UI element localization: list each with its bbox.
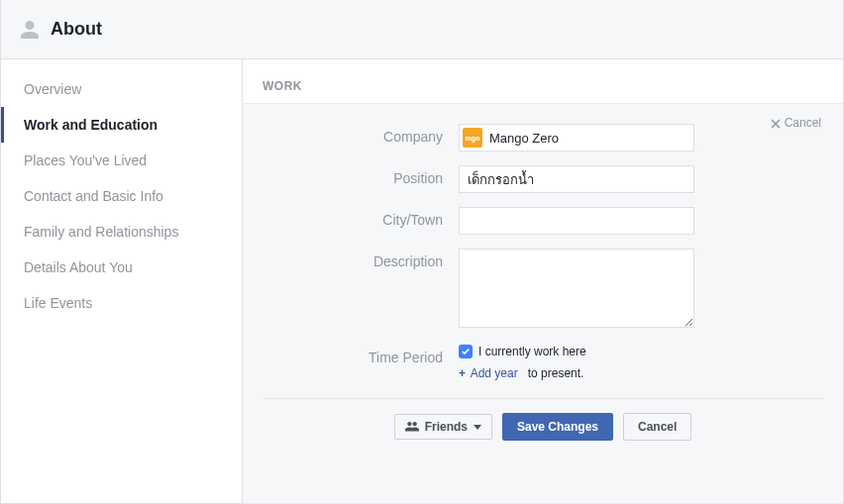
chevron-down-icon [474,425,481,430]
currently-work-label: I currently work here [478,345,586,358]
sidebar-item-work-education[interactable]: Work and Education [1,107,242,143]
sidebar-item-details[interactable]: Details About You [1,250,242,285]
work-form: Cancel Company mgo Position [243,103,843,504]
person-icon [19,19,41,41]
to-present-label: to present. [528,366,584,380]
cancel-button[interactable]: Cancel [623,413,691,441]
form-footer: Friends Save Changes Cancel [263,398,823,458]
audience-selector[interactable]: Friends [394,414,492,440]
company-input[interactable] [459,124,694,151]
cancel-top-label: Cancel [785,116,821,130]
position-label: Position [263,165,459,186]
city-input[interactable] [459,207,694,235]
description-textarea[interactable] [459,249,694,328]
plus-icon: + [459,366,466,380]
cancel-top-button[interactable]: Cancel [771,116,821,130]
description-label: Description [263,249,459,269]
company-label: Company [263,124,459,145]
sidebar-item-family[interactable]: Family and Relationships [1,214,242,250]
company-logo-icon: mgo [463,128,482,148]
time-period-label: Time Period [263,345,459,365]
page-body: Overview Work and Education Places You'v… [1,59,843,504]
sidebar-item-life-events[interactable]: Life Events [1,285,242,321]
main-panel: WORK Cancel Company mgo [243,59,843,504]
friends-icon [405,421,419,433]
page-title: About [51,19,102,40]
save-button[interactable]: Save Changes [502,413,613,441]
sidebar-item-overview[interactable]: Overview [1,71,242,107]
section-header-work: WORK [243,59,843,103]
audience-label: Friends [425,420,468,434]
close-icon [771,118,781,128]
sidebar-item-places[interactable]: Places You've Lived [1,143,242,178]
page-header: About [1,0,843,59]
sidebar-item-contact[interactable]: Contact and Basic Info [1,178,242,214]
currently-work-checkbox[interactable] [459,345,473,358]
city-label: City/Town [263,207,459,228]
position-input[interactable] [459,165,694,193]
about-page: About Overview Work and Education Places… [0,0,844,504]
sidebar: Overview Work and Education Places You'v… [1,59,243,504]
add-year-link[interactable]: Add year [471,366,518,380]
